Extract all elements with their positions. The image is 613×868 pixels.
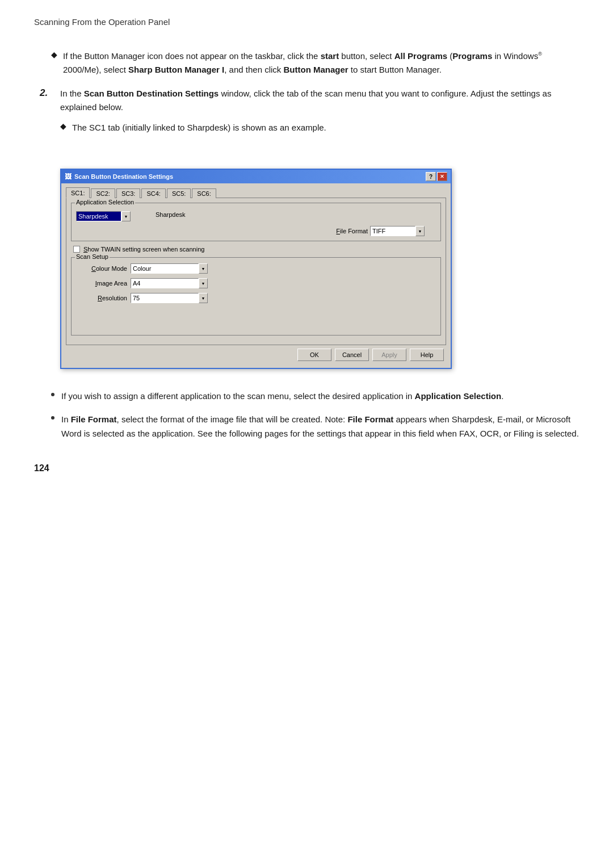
- tab-sc3[interactable]: SC3:: [116, 188, 140, 198]
- application-selection-title: Application Selection: [75, 199, 135, 206]
- app-dropdown-btn[interactable]: ▼: [121, 211, 131, 221]
- scan-setup-content: Colour Mode Colour ▼ Image Area: [76, 263, 436, 330]
- sharpdesk-info-area: Sharpdesk: [151, 211, 186, 220]
- file-format-label: File Format: [336, 228, 368, 234]
- scan-setup-group: Scan Setup Colour Mode Colour ▼: [71, 257, 441, 336]
- tab-sc5[interactable]: SC5:: [167, 188, 191, 198]
- image-area-dropdown-btn[interactable]: ▼: [199, 278, 208, 288]
- tab-sc1[interactable]: SC1:: [66, 187, 90, 198]
- tab-sc4[interactable]: SC4:: [141, 188, 165, 198]
- colour-mode-label: Colour Mode: [76, 265, 127, 272]
- app-selection-area: Sharpdesk ▼ Sharpdesk: [76, 211, 436, 221]
- twain-checkbox-row[interactable]: Show TWAIN setting screen when scanning: [73, 246, 439, 253]
- app-selected-value: Sharpdesk: [76, 211, 121, 221]
- bullet-1-text: If the Button Manager icon does not appe…: [63, 49, 579, 77]
- file-format-value: TIFF: [370, 226, 415, 236]
- step-number-2: 2.: [40, 87, 52, 99]
- step-2-text: In the Scan Button Destination Settings …: [60, 89, 551, 112]
- page-header: Scanning From the Operation Panel: [34, 17, 579, 27]
- dialog-content: Application Selection Sharpdesk ▼: [66, 198, 446, 345]
- application-selection-group: Application Selection Sharpdesk ▼: [71, 203, 441, 241]
- resolution-value: 75: [131, 293, 199, 303]
- dialog-title-left: 🖼 Scan Button Destination Settings: [65, 173, 173, 181]
- colour-mode-combo[interactable]: Colour ▼: [131, 263, 208, 274]
- image-area-label: Image Area: [76, 280, 127, 287]
- dialog-help-button[interactable]: ?: [426, 172, 436, 181]
- dialog-titlebar: 🖼 Scan Button Destination Settings ? ✕: [61, 170, 451, 183]
- dialog-title-text: Scan Button Destination Settings: [74, 173, 173, 180]
- scan-setup-spacer: [76, 308, 436, 330]
- circle-dot-2: [51, 416, 54, 420]
- twain-checkbox-label: Show TWAIN setting screen when scanning: [83, 246, 204, 253]
- dialog-close-button[interactable]: ✕: [437, 172, 447, 181]
- step-2: 2. In the Scan Button Destination Settin…: [40, 87, 579, 145]
- diamond-icon-1: ◆: [51, 50, 57, 59]
- bullet-1: ◆ If the Button Manager icon does not ap…: [40, 49, 579, 77]
- dialog-wrapper: 🖼 Scan Button Destination Settings ? ✕ S…: [60, 169, 452, 369]
- dialog-controls: ? ✕: [426, 172, 447, 181]
- cancel-button[interactable]: Cancel: [335, 349, 369, 361]
- app-selection-content: Sharpdesk ▼ Sharpdesk: [76, 211, 436, 236]
- tabs-row: SC1: SC2: SC3: SC4: SC5: SC6:: [66, 187, 446, 198]
- colour-mode-row: Colour Mode Colour ▼: [76, 263, 436, 274]
- colour-mode-value: Colour: [131, 263, 199, 274]
- app-combo[interactable]: Sharpdesk ▼: [76, 211, 131, 221]
- ok-button[interactable]: OK: [297, 349, 331, 361]
- tab-sc6[interactable]: SC6:: [192, 188, 216, 198]
- dialog-body: SC1: SC2: SC3: SC4: SC5: SC6: Applicatio…: [61, 183, 451, 368]
- file-format-combo[interactable]: TIFF ▼: [370, 226, 425, 236]
- step-2-sub-text: The SC1 tab (initially linked to Sharpde…: [72, 121, 326, 135]
- resolution-combo[interactable]: 75 ▼: [131, 293, 208, 303]
- file-format-dropdown-btn[interactable]: ▼: [415, 226, 425, 236]
- file-format-row: File Format TIFF ▼: [76, 226, 436, 236]
- bottom-bullet-1: If you wish to assign a different applic…: [40, 389, 579, 404]
- circle-dot-1: [51, 393, 54, 396]
- bottom-bullet-2-text: In File Format, select the format of the…: [61, 413, 579, 441]
- image-area-row: Image Area A4 ▼: [76, 278, 436, 288]
- colour-mode-dropdown-btn[interactable]: ▼: [199, 263, 208, 274]
- step-2-sub-bullet: ◆ The SC1 tab (initially linked to Sharp…: [60, 121, 579, 135]
- tab-sc2[interactable]: SC2:: [91, 188, 115, 198]
- bottom-bullet-2: In File Format, select the format of the…: [40, 413, 579, 441]
- resolution-label: Resolution: [76, 295, 127, 301]
- image-area-value: A4: [131, 278, 199, 288]
- apply-button[interactable]: Apply: [372, 349, 406, 361]
- sharpdesk-label: Sharpdesk: [156, 211, 186, 218]
- bottom-bullet-1-text: If you wish to assign a different applic…: [61, 389, 503, 404]
- page-number: 124: [34, 463, 579, 473]
- resolution-dropdown-btn[interactable]: ▼: [199, 293, 208, 303]
- diamond-icon-2: ◆: [60, 121, 66, 131]
- dialog-title-icon: 🖼: [65, 173, 72, 181]
- twain-checkbox[interactable]: [73, 246, 80, 253]
- image-area-combo[interactable]: A4 ▼: [131, 278, 208, 288]
- scan-button-dialog[interactable]: 🖼 Scan Button Destination Settings ? ✕ S…: [60, 169, 452, 369]
- help-button[interactable]: Help: [410, 349, 444, 361]
- dialog-buttons: OK Cancel Apply Help: [66, 345, 446, 363]
- resolution-row: Resolution 75 ▼: [76, 293, 436, 303]
- app-combo-wrapper: Sharpdesk ▼: [76, 211, 131, 221]
- scan-setup-title: Scan Setup: [75, 253, 110, 260]
